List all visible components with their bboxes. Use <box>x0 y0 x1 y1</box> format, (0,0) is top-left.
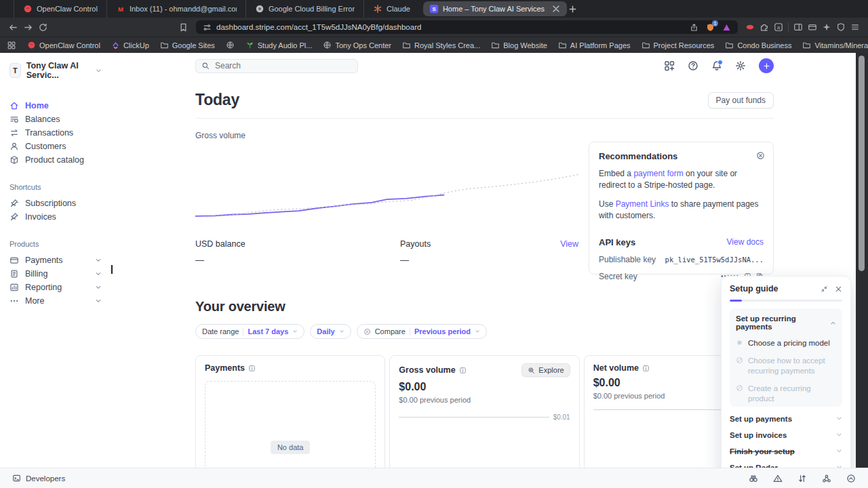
webhooks-icon[interactable] <box>822 474 831 483</box>
sparkle-ai-icon[interactable] <box>822 22 831 32</box>
view-docs-link[interactable]: View docs <box>727 237 764 247</box>
chevron-down-icon[interactable] <box>95 270 102 277</box>
bookmark-favicon-icon <box>27 41 36 49</box>
sidebar-product-item[interactable]: Reporting <box>9 281 102 294</box>
account-switcher[interactable]: T Tony Claw AI Servic... <box>9 61 102 80</box>
sidebar-nav-item[interactable]: Product catalog <box>9 153 102 167</box>
reader-a-icon[interactable]: a <box>774 22 783 32</box>
view-link[interactable]: View <box>560 239 578 265</box>
setup-task-item[interactable]: Create a recurring product <box>736 384 836 404</box>
setup-task-item[interactable]: Choose a pricing model <box>736 338 836 348</box>
sidebar-shortcut-item[interactable]: Invoices <box>9 210 102 224</box>
close-icon[interactable] <box>756 151 765 160</box>
publishable-key-value[interactable]: pk_live_51T5w5dJJsNA... <box>665 256 764 264</box>
info-icon[interactable] <box>459 367 467 374</box>
pay-out-funds-button[interactable]: Pay out funds <box>708 92 774 108</box>
stripe-dashboard-page: T Tony Claw AI Servic... Home Balances T… <box>0 53 868 468</box>
setup-section-header[interactable]: Set up recurring payments <box>736 314 836 331</box>
widgets-grid-icon[interactable] <box>664 60 675 71</box>
reload-icon[interactable] <box>38 22 48 33</box>
granularity-value: Daily <box>317 327 334 336</box>
errors-warning-icon[interactable] <box>773 474 783 483</box>
sidebar-product-item[interactable]: Payments <box>9 253 102 267</box>
granularity-filter[interactable]: Daily <box>310 324 351 339</box>
sidebar-product-item[interactable]: More <box>9 294 102 308</box>
close-icon[interactable] <box>835 285 842 293</box>
extensions-puzzle-icon[interactable] <box>760 22 769 32</box>
collapse-panel-icon[interactable] <box>846 474 856 483</box>
bookmark-item[interactable]: OpenClaw Control <box>22 41 106 49</box>
bookmark-item[interactable]: Google Sites <box>155 41 220 49</box>
browser-tab[interactable]: S Home – Tony Claw AI Services <box>423 1 567 16</box>
chevron-down-icon[interactable] <box>95 298 102 304</box>
bookmark-item[interactable]: Blog Website <box>486 41 553 49</box>
setup-guide-row[interactable]: Finish your setup <box>730 443 842 460</box>
search-docs-icon[interactable] <box>749 474 758 483</box>
date-range-filter[interactable]: Date range Last 7 days <box>195 324 304 339</box>
search-box[interactable] <box>195 59 358 73</box>
bookmark-item[interactable]: Project Resources <box>636 41 720 49</box>
sidebar-nav-item[interactable]: Balances <box>9 113 102 126</box>
developers-button[interactable]: Developers <box>12 474 65 483</box>
info-icon[interactable] <box>642 365 650 372</box>
create-button[interactable] <box>759 58 774 73</box>
back-icon[interactable] <box>8 22 18 33</box>
developers-bar: Developers <box>0 468 868 488</box>
browser-tab[interactable]: Claude <box>363 0 419 18</box>
page-scrollbar[interactable] <box>856 53 868 468</box>
bookmark-item[interactable]: Royal Styles Crea... <box>397 41 486 49</box>
search-input[interactable] <box>214 60 352 71</box>
browser-tab[interactable]: OpenClaw Control <box>14 0 106 18</box>
sidebar-product-item[interactable]: Billing <box>9 267 102 281</box>
bookmark-item[interactable]: ClickUp <box>106 41 155 49</box>
sidebar-shortcut-item[interactable]: Subscriptions <box>9 197 102 210</box>
apps-grid-icon[interactable] <box>7 41 16 50</box>
bookmark-item[interactable]: Condo Business <box>719 41 797 49</box>
new-tab-button[interactable] <box>568 5 577 14</box>
bookmark-icon[interactable] <box>178 22 189 33</box>
api-requests-icon[interactable] <box>797 474 807 483</box>
setup-guide-row[interactable]: Set up Radar <box>730 460 842 468</box>
scrollbar-thumb[interactable] <box>859 56 865 271</box>
info-icon[interactable] <box>248 365 256 372</box>
sidebar-nav-item[interactable]: Transactions <box>9 126 102 140</box>
empty-chart-area: No data <box>205 381 376 468</box>
wallet-icon[interactable] <box>808 22 817 32</box>
red-extension-icon[interactable] <box>745 22 755 32</box>
remove-compare-icon[interactable] <box>363 328 371 336</box>
compare-filter[interactable]: Compare Previous period <box>357 324 487 339</box>
setup-task-item[interactable]: Choose how to accept recurring payments <box>736 356 836 376</box>
bookmark-item[interactable]: Study Audio Pl... <box>240 41 318 49</box>
payment-form-link[interactable]: payment form <box>633 169 683 178</box>
extension-triangle-icon[interactable] <box>722 23 731 32</box>
sidebar-panel-icon[interactable] <box>793 22 803 32</box>
browser-tab[interactable]: M Inbox (11) - ohmandd@gmail.com <box>106 0 245 18</box>
bookmark-item[interactable]: AI Platform Pages <box>553 41 636 49</box>
share-icon[interactable] <box>690 23 698 32</box>
chevron-down-icon[interactable] <box>95 284 102 291</box>
sidebar-nav-item[interactable]: Customers <box>9 140 102 153</box>
help-icon[interactable] <box>688 60 698 71</box>
shield-icon[interactable] <box>836 22 846 32</box>
bookmark-item[interactable]: Tony Ops Center <box>317 41 397 49</box>
password-shield-icon[interactable]: 1 <box>706 23 715 32</box>
chevron-down-icon[interactable] <box>95 257 102 264</box>
site-settings-icon[interactable] <box>203 23 212 32</box>
browser-tab[interactable]: Google Cloud Billing Error <box>245 0 363 18</box>
bookmark-item[interactable]: Vitamins/Minerals <box>797 41 868 49</box>
address-bar[interactable]: dashboard.stripe.com/acct_1T5w5dJJsNA0yB… <box>196 20 738 34</box>
settings-gear-icon[interactable] <box>735 60 746 71</box>
sidebar-nav-item[interactable]: Home <box>9 99 102 113</box>
setup-guide-row[interactable]: Set up invoices <box>730 427 842 443</box>
notifications-bell-icon[interactable] <box>711 60 722 71</box>
collapse-icon[interactable] <box>821 285 828 293</box>
setup-guide-row[interactable]: Set up payments <box>730 411 842 427</box>
tab-close-icon[interactable] <box>551 4 561 14</box>
bookmark-item[interactable] <box>220 41 240 49</box>
payment-links-link[interactable]: Payment Links <box>616 199 669 209</box>
menu-icon[interactable] <box>850 22 860 32</box>
forward-icon[interactable] <box>23 22 33 33</box>
bookmark-favicon-icon <box>111 41 120 49</box>
explore-button[interactable]: Explore <box>521 363 570 377</box>
setup-row-label: Finish your setup <box>730 447 795 455</box>
